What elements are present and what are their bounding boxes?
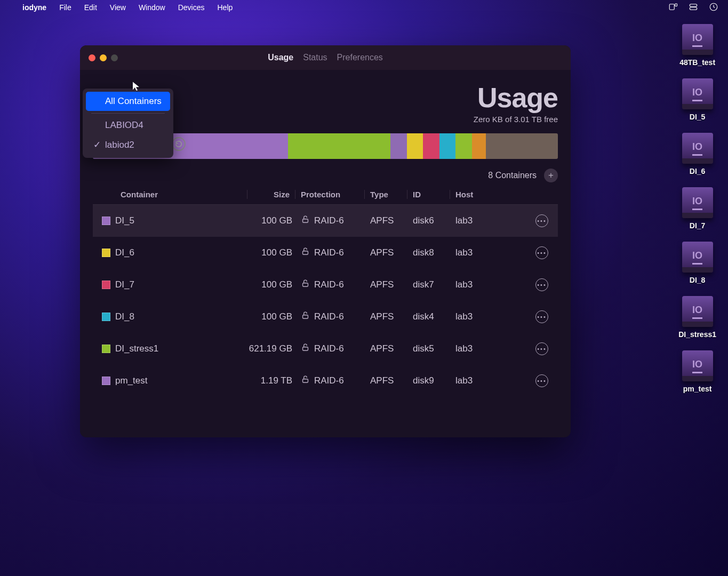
window-minimize-button[interactable]: [100, 54, 107, 61]
table-row[interactable]: DI_5 100 GB RAID-6 APFS disk6 lab3 •••: [93, 205, 558, 237]
drive-icon: IO: [682, 78, 713, 109]
menu-view[interactable]: View: [110, 3, 126, 12]
cell-size: 1.19 TB: [247, 375, 295, 386]
dropdown-item[interactable]: LABIOD4: [86, 116, 170, 135]
col-type[interactable]: Type: [365, 190, 407, 199]
tab-status[interactable]: Status: [303, 53, 327, 62]
col-size[interactable]: Size: [247, 190, 295, 199]
menu-file[interactable]: File: [59, 3, 71, 12]
dropdown-item-all[interactable]: All Containers: [86, 92, 170, 111]
drive-label: DI_8: [690, 276, 706, 284]
cell-protection: RAID-6: [314, 247, 344, 258]
menu-edit[interactable]: Edit: [84, 3, 97, 12]
cell-type: APFS: [365, 215, 407, 226]
svg-rect-5: [303, 219, 308, 222]
table-row[interactable]: pm_test 1.19 TB RAID-6 APFS disk9 lab3 •…: [93, 365, 558, 397]
dropdown-item[interactable]: ✓labiod2: [86, 135, 170, 155]
cell-name: DI_stress1: [115, 343, 247, 354]
usage-segment: [439, 133, 456, 159]
container-filter-dropdown[interactable]: All Containers LABIOD4✓labiod2: [83, 89, 173, 158]
table-row[interactable]: DI_6 100 GB RAID-6 APFS disk8 lab3 •••: [93, 237, 558, 269]
color-swatch: [102, 281, 110, 289]
menu-devices[interactable]: Devices: [178, 3, 205, 12]
desktop-drive[interactable]: IO48TB_test: [679, 24, 715, 67]
col-id[interactable]: ID: [407, 190, 450, 199]
dropdown-separator: [91, 113, 165, 114]
table-row[interactable]: DI_7 100 GB RAID-6 APFS disk7 lab3 •••: [93, 269, 558, 301]
cell-protection: RAID-6: [314, 343, 344, 354]
color-swatch: [102, 345, 110, 353]
svg-rect-2: [690, 4, 697, 6]
mouse-cursor-icon: [131, 81, 141, 93]
row-more-button[interactable]: •••: [535, 246, 548, 259]
cell-host: lab3: [450, 311, 530, 322]
cell-size: 100 GB: [247, 279, 295, 290]
add-container-button[interactable]: +: [544, 169, 558, 182]
cell-protection: RAID-6: [314, 311, 344, 322]
col-host[interactable]: Host: [450, 190, 530, 199]
desktop-drive[interactable]: IODI_8: [682, 242, 713, 284]
dropdown-item-label: All Containers: [105, 96, 162, 107]
cell-name: DI_7: [115, 279, 247, 290]
svg-rect-1: [675, 4, 677, 6]
cell-host: lab3: [450, 215, 530, 226]
usage-segment: [472, 133, 486, 159]
table-header: Container Size Protection Type ID Host: [93, 182, 558, 205]
row-more-button[interactable]: •••: [535, 342, 548, 355]
drive-label: DI_6: [690, 167, 706, 175]
cell-id: disk7: [407, 279, 450, 290]
desktop-icons: IO48TB_testIODI_5IODI_6IODI_7IODI_8IODI_…: [678, 24, 716, 393]
desktop-drive[interactable]: IODI_stress1: [678, 296, 716, 339]
row-more-button[interactable]: •••: [535, 310, 548, 323]
col-container[interactable]: Container: [115, 190, 247, 199]
cell-size: 621.19 GB: [247, 343, 295, 354]
cell-id: disk9: [407, 375, 450, 386]
row-more-button[interactable]: •••: [535, 374, 548, 387]
refresh-button[interactable]: [172, 137, 186, 151]
unlock-icon: [301, 247, 310, 259]
unlock-icon: [301, 311, 310, 323]
drive-icon: IO: [682, 24, 713, 55]
desktop-drive[interactable]: IODI_6: [682, 133, 713, 175]
desktop-drive[interactable]: IOpm_test: [682, 350, 713, 393]
control-center-icon[interactable]: [689, 2, 698, 13]
drive-icon: IO: [682, 133, 713, 164]
dropdown-extra: LABIOD4✓labiod2: [86, 116, 170, 155]
cell-host: lab3: [450, 279, 530, 290]
desktop-drive[interactable]: IODI_7: [682, 187, 713, 230]
cell-host: lab3: [450, 343, 530, 354]
usage-segment: [423, 133, 439, 159]
cell-size: 100 GB: [247, 215, 295, 226]
table-row[interactable]: DI_8 100 GB RAID-6 APFS disk4 lab3 •••: [93, 301, 558, 333]
row-more-button[interactable]: •••: [535, 214, 548, 227]
svg-rect-8: [303, 315, 308, 318]
app-menu[interactable]: iodyne: [22, 3, 46, 12]
clock-icon[interactable]: [709, 2, 718, 13]
cell-type: APFS: [365, 343, 407, 354]
usage-segment: [390, 133, 407, 159]
tab-usage[interactable]: Usage: [268, 53, 293, 62]
menu-help[interactable]: Help: [218, 3, 233, 12]
cell-type: APFS: [365, 279, 407, 290]
cell-size: 100 GB: [247, 311, 295, 322]
tab-preferences[interactable]: Preferences: [337, 53, 383, 62]
drive-icon: IO: [682, 296, 713, 327]
menubar: iodyne File Edit View Window Devices Hel…: [0, 0, 728, 15]
row-more-button[interactable]: •••: [535, 278, 548, 291]
usage-segment: [486, 133, 558, 159]
window-close-button[interactable]: [89, 54, 95, 61]
containers-count-label: 8 Containers: [488, 171, 537, 180]
cell-id: disk5: [407, 343, 450, 354]
menu-window[interactable]: Window: [139, 3, 165, 12]
table-row[interactable]: DI_stress1 621.19 GB RAID-6 APFS disk5 l…: [93, 333, 558, 365]
stage-manager-icon[interactable]: [668, 2, 678, 13]
titlebar: Usage Status Preferences: [80, 45, 571, 70]
dropdown-item-label: labiod2: [105, 140, 134, 150]
color-swatch: [102, 313, 110, 321]
desktop-drive[interactable]: IODI_5: [682, 78, 713, 121]
window-zoom-button[interactable]: [111, 54, 118, 61]
cell-size: 100 GB: [247, 247, 295, 258]
col-protection[interactable]: Protection: [295, 190, 365, 199]
svg-rect-0: [669, 4, 674, 10]
drive-icon: IO: [682, 187, 713, 218]
